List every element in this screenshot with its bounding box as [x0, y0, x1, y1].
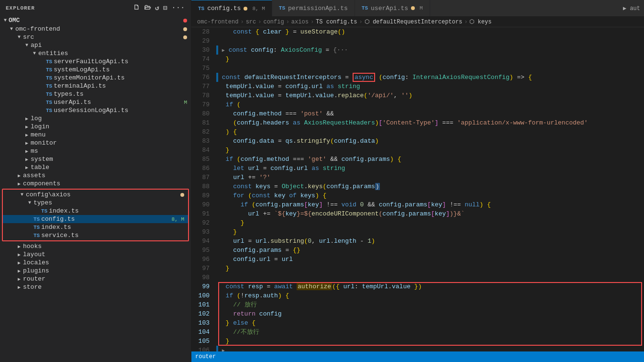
sidebar-item-table[interactable]: ▶ table: [0, 163, 191, 171]
sidebar-item-omc-frontend[interactable]: ▼ omc-frontend: [0, 25, 191, 33]
code-editor[interactable]: const { clear } = useStorage() ▶ const c…: [214, 27, 644, 351]
bc-sep: ›: [258, 19, 261, 25]
bc-part: ⬡ keys: [469, 18, 491, 25]
sidebar-item-ms[interactable]: ▶ ms: [0, 147, 191, 155]
ts-icon: TS: [33, 233, 40, 238]
sidebar-item-layout[interactable]: ▶ layout: [0, 250, 191, 259]
omc-frontend-dot: [183, 27, 187, 31]
sidebar-item-api[interactable]: ▼ api: [0, 41, 191, 49]
sidebar-item-system[interactable]: ▶ system: [0, 155, 191, 163]
code-line: ▶: [216, 346, 644, 351]
layout-label: layout: [23, 251, 45, 258]
ts-icon: TS: [33, 216, 40, 222]
omc-root[interactable]: ▼ OMC: [0, 16, 191, 25]
plugins-label: plugins: [23, 267, 49, 274]
list-item[interactable]: TS terminalApi.ts: [0, 82, 191, 90]
code-line: // 放行: [216, 300, 644, 309]
code-line: }: [216, 227, 644, 237]
bc-part: src: [246, 19, 256, 25]
sidebar-item-store[interactable]: ▶ store: [0, 283, 191, 291]
code-line: }: [216, 337, 644, 346]
sidebar-item-monitor[interactable]: ▶ monitor: [0, 139, 191, 147]
chevron-down-icon: ▼: [15, 34, 23, 40]
chevron-right-icon: ▶: [15, 244, 23, 249]
bc-sep: ›: [311, 19, 314, 25]
chevron-right-icon: ▶: [23, 124, 31, 130]
tab-user-api[interactable]: TS userApi.ts M: [355, 0, 430, 16]
file-label: types.ts: [54, 90, 83, 98]
tab-permission-api[interactable]: TS permissionApi.ts: [272, 0, 355, 16]
config-axios-dot: [180, 193, 184, 197]
code-line: const keys = Object.keys(config.params): [216, 182, 644, 191]
sidebar-item-log[interactable]: ▶ log: [0, 114, 191, 123]
src-label: src: [23, 34, 34, 41]
code-line: return config: [216, 309, 644, 318]
ts-icon: TS: [46, 108, 52, 113]
code-line: if (!resp.auth) {: [216, 291, 644, 300]
refresh-icon[interactable]: ↺: [155, 4, 159, 12]
list-item[interactable]: TS systemLogApi.ts: [0, 66, 191, 74]
tab-config-ts[interactable]: TS config.ts 8, M: [191, 0, 272, 16]
more-icon[interactable]: ···: [172, 4, 185, 12]
tab-label: permissionApi.ts: [288, 5, 348, 12]
list-item[interactable]: TS serverFaultLogApi.ts: [0, 57, 191, 66]
sidebar-item-config-ts[interactable]: TS config.ts 8, M: [3, 215, 188, 223]
sidebar-header-icons: 🗋 🗁 ↺ ⊟ ···: [133, 4, 185, 12]
sidebar-item-components[interactable]: ▶ components: [0, 180, 191, 188]
tab-label: config.ts: [207, 5, 241, 12]
omc-dot: [183, 19, 187, 23]
bc-sep: ›: [359, 19, 363, 25]
sidebar-item-entities[interactable]: ▼ entities: [0, 49, 191, 57]
new-folder-icon[interactable]: 🗁: [144, 4, 151, 12]
sidebar-item-src[interactable]: ▼ src: [0, 33, 191, 41]
sidebar-item-config-axios[interactable]: ▼ config\axios: [3, 191, 188, 199]
bc-part: ⬡ defaultRequestInterceptors: [365, 18, 462, 25]
ts-icon: TS: [33, 225, 40, 230]
config-axios-label: config\axios: [26, 191, 71, 198]
sidebar-item-hooks[interactable]: ▶ hooks: [0, 242, 191, 250]
code-line: const resp = await authorize({ url: temp…: [216, 282, 644, 291]
sidebar-item-router[interactable]: ▶ router: [0, 275, 191, 283]
code-line: url += '?': [216, 173, 644, 182]
modified-badge: M: [184, 100, 187, 105]
code-line: }: [216, 55, 644, 64]
sidebar-item-menu[interactable]: ▶ menu: [0, 131, 191, 139]
new-file-icon[interactable]: 🗋: [133, 4, 140, 12]
list-item[interactable]: TS index.ts: [3, 207, 188, 215]
code-line: ) {: [216, 127, 644, 136]
code-line: [216, 36, 644, 45]
ts-icon: TS: [46, 67, 52, 73]
sidebar-item-plugins[interactable]: ▶ plugins: [0, 267, 191, 275]
list-item[interactable]: TS index.ts: [3, 223, 188, 231]
expand-icon[interactable]: ▶ aut: [623, 5, 640, 12]
tab-label: userApi.ts: [371, 5, 408, 12]
code-line: let url = config.url as string: [216, 164, 644, 173]
list-item[interactable]: TS userSessionLogApi.ts: [0, 106, 191, 114]
file-label: userApi.ts: [54, 99, 91, 106]
file-label: config.ts: [41, 215, 75, 223]
list-item[interactable]: TS service.ts: [3, 231, 188, 239]
sidebar-item-login[interactable]: ▶ login: [0, 123, 191, 131]
router-status: router: [195, 353, 216, 360]
list-item[interactable]: TS types.ts: [0, 90, 191, 98]
src-dot: [183, 35, 187, 39]
sidebar-item-types[interactable]: ▼ types: [3, 199, 188, 207]
file-label: index.ts: [41, 224, 71, 231]
code-line: tempUrl.value = tempUrl.value.replace('/…: [216, 91, 644, 100]
config-axios-group: ▼ config\axios ▼ types TS index.ts TS: [2, 189, 189, 241]
file-label: service.ts: [41, 232, 78, 239]
list-item[interactable]: TS systemMonitorApi.ts: [0, 74, 191, 82]
sidebar-item-locales[interactable]: ▶ locales: [0, 259, 191, 267]
line-numbers: 28 29 30 74 75 76 77 78 79 80 81 82 83 8…: [191, 27, 214, 351]
chevron-right-icon: ▶: [15, 181, 23, 187]
api-label: api: [31, 42, 42, 49]
sidebar-item-assets[interactable]: ▶ assets: [0, 171, 191, 180]
login-label: login: [31, 123, 49, 130]
bc-sep: ›: [240, 19, 244, 25]
file-label: index.ts: [49, 207, 78, 215]
chevron-right-icon: ▶: [23, 165, 31, 170]
collapse-icon[interactable]: ⊟: [163, 4, 167, 12]
bc-part: axios: [291, 19, 309, 25]
list-item[interactable]: TS userApi.ts M: [0, 98, 191, 106]
chevron-right-icon: ▶: [15, 284, 23, 290]
